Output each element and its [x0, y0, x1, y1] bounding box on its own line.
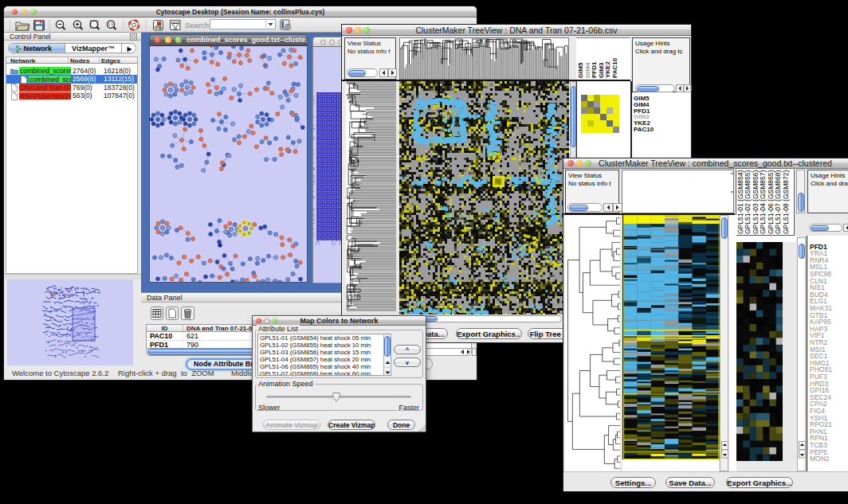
- svg-text:1:1: 1:1: [108, 22, 114, 26]
- svg-text:GPL51-02 (GSM855): GPL51-02 (GSM855): [744, 170, 752, 234]
- svg-text:GPL51-07 (GSM868): GPL51-07 (GSM868): [774, 170, 782, 234]
- svg-text:PAC10: PAC10: [611, 57, 618, 78]
- svg-text:GPL51-03 (GSM856): GPL51-03 (GSM856): [752, 170, 760, 234]
- svg-text:GPL51-08 (GSM872): GPL51-08 (GSM872): [782, 170, 790, 234]
- svg-text:GPL51-04 (GSM857): GPL51-04 (GSM857): [759, 170, 767, 234]
- svg-text:GPL51-01 (GSM854): GPL51-01 (GSM854): [736, 170, 744, 234]
- svg-text:GPL51-06 (GSM865): GPL51-06 (GSM865): [767, 170, 775, 234]
